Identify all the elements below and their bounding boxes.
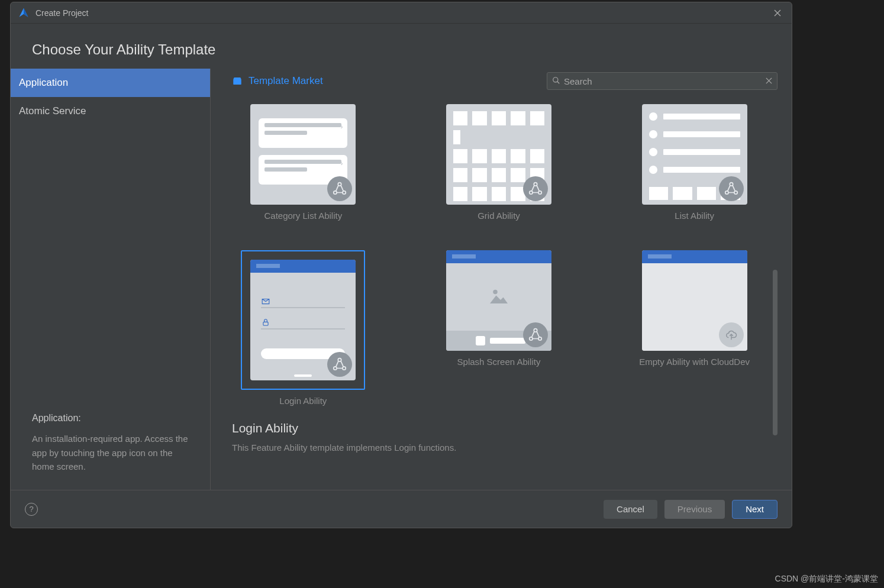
template-thumb <box>446 104 551 205</box>
close-icon <box>774 9 781 17</box>
template-card-list[interactable]: List Ability <box>623 104 766 221</box>
previous-button: Previous <box>664 500 725 519</box>
market-icon <box>232 76 243 86</box>
svg-point-12 <box>338 358 341 361</box>
template-thumb <box>642 250 747 351</box>
tab-application[interactable]: Application <box>11 69 210 97</box>
search-input[interactable] <box>564 76 762 86</box>
titlebar: Create Project <box>11 2 792 24</box>
template-label: Login Ability <box>279 396 327 406</box>
template-grid: › › Category List Ability <box>232 104 777 406</box>
template-label: Category List Ability <box>264 211 342 221</box>
create-project-dialog: Create Project Choose Your Ability Templ… <box>10 2 792 528</box>
svg-rect-11 <box>263 322 268 325</box>
close-button[interactable] <box>770 6 785 20</box>
sidebar-info: Application: An installation-required ap… <box>11 413 210 478</box>
template-card-login[interactable]: Login Ability <box>232 250 375 406</box>
template-detail: Login Ability This Feature Ability templ… <box>232 406 777 458</box>
template-thumb <box>446 250 551 351</box>
split-pane: Application Atomic Service Application: … <box>11 69 792 490</box>
svg-point-15 <box>493 290 498 295</box>
search-icon <box>552 76 560 86</box>
dialog-footer: ? Cancel Previous Next <box>11 490 792 528</box>
ability-badge-icon <box>523 176 548 201</box>
sidebar-tabs: Application Atomic Service <box>11 69 210 125</box>
svg-point-5 <box>534 183 537 186</box>
tab-atomic-service[interactable]: Atomic Service <box>11 97 210 125</box>
template-thumb: › › <box>250 104 356 205</box>
info-description: An installation-required app. Access the… <box>32 432 189 473</box>
template-thumb <box>250 260 356 380</box>
template-thumb <box>642 104 747 205</box>
window-title: Create Project <box>36 8 770 18</box>
scrollbar[interactable] <box>773 270 777 435</box>
page-title: Choose Your Ability Template <box>11 41 792 69</box>
svg-rect-0 <box>233 79 241 85</box>
svg-point-16 <box>534 329 537 332</box>
ability-badge-icon <box>327 352 352 377</box>
template-label: Empty Ability with CloudDev <box>639 357 750 367</box>
search-field[interactable] <box>547 72 777 90</box>
template-card-grid[interactable]: Grid Ability <box>428 104 570 221</box>
template-market-link[interactable]: Template Market <box>249 75 323 87</box>
next-button[interactable]: Next <box>732 500 777 519</box>
template-card-category-list[interactable]: › › Category List Ability <box>232 104 375 221</box>
template-card-splash[interactable]: Splash Screen Ability <box>428 250 570 406</box>
sidebar: Application Atomic Service Application: … <box>11 69 211 490</box>
svg-point-1 <box>553 77 558 82</box>
ability-badge-icon <box>523 322 548 347</box>
cancel-button[interactable]: Cancel <box>604 500 657 519</box>
ability-badge-icon <box>719 176 744 201</box>
ability-badge-icon <box>327 176 352 201</box>
svg-point-8 <box>730 183 733 186</box>
help-button[interactable]: ? <box>25 503 38 516</box>
template-card-cloud[interactable]: Empty Ability with CloudDev <box>623 250 766 406</box>
watermark: CSDN @前端讲堂-鸿蒙课堂 <box>775 574 878 584</box>
toolbar: Template Market <box>232 69 777 93</box>
svg-point-2 <box>338 183 341 186</box>
clear-icon[interactable] <box>766 76 772 86</box>
detail-description: This Feature Ability template implements… <box>232 442 777 453</box>
template-label: Splash Screen Ability <box>457 357 541 367</box>
template-label: Grid Ability <box>478 211 520 221</box>
app-logo-icon <box>18 7 30 19</box>
cloud-badge-icon <box>719 322 744 347</box>
detail-title: Login Ability <box>232 421 777 435</box>
template-grid-wrap: › › Category List Ability <box>232 104 777 490</box>
info-title: Application: <box>32 413 189 424</box>
template-label: List Ability <box>675 211 714 221</box>
main-panel: Template Market <box>211 69 792 490</box>
dialog-body: Choose Your Ability Template Application… <box>11 24 792 490</box>
